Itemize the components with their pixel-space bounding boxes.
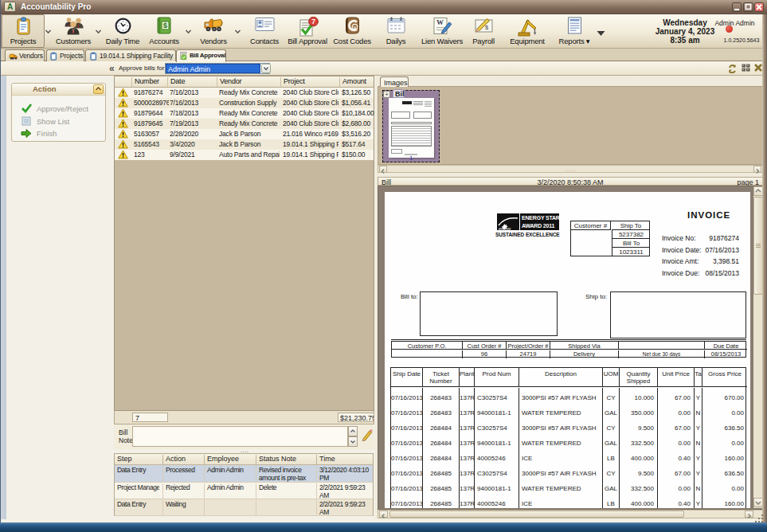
- svg-text:W: W: [436, 18, 444, 26]
- svg-text:energy: energy: [499, 226, 511, 231]
- svg-text:7: 7: [311, 18, 315, 25]
- svg-text:$: $: [163, 21, 168, 29]
